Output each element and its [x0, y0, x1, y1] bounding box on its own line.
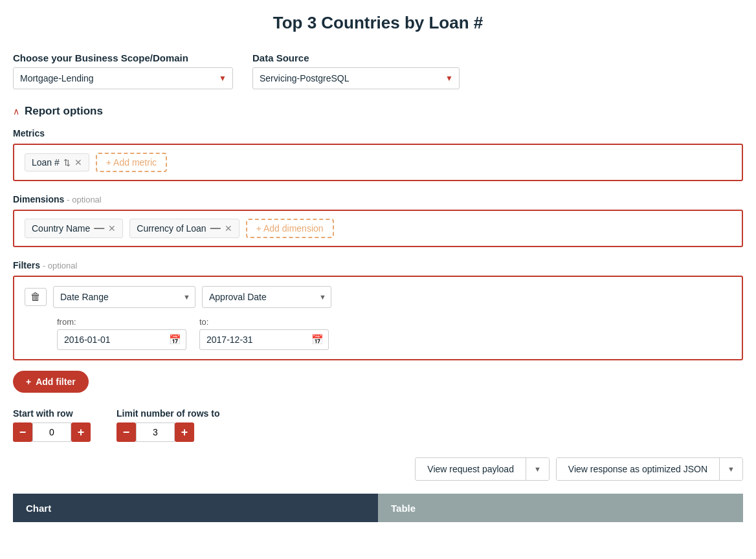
view-response-arrow-button[interactable]: ▼	[720, 458, 742, 480]
limit-rows-input[interactable]	[136, 422, 175, 442]
filter-delete-button[interactable]: 🗑	[25, 288, 47, 306]
add-dimension-button[interactable]: + Add dimension	[246, 219, 334, 238]
dimensions-label: Dimensions - optional	[13, 194, 743, 204]
view-actions: View request payload ▼ View response as …	[13, 457, 743, 481]
date-inputs-row: from: 📅 to: 📅	[57, 317, 731, 350]
metric-item: Loan # ⇅ ✕	[25, 153, 89, 171]
tab-chart[interactable]: Chart	[13, 494, 378, 522]
business-scope-label: Choose your Business Scope/Domain	[13, 52, 233, 63]
metric-name: Loan #	[32, 157, 60, 168]
dimensions-optional: - optional	[67, 195, 101, 204]
limit-rows-stepper: − +	[117, 422, 219, 442]
start-row-input[interactable]	[32, 422, 71, 442]
view-payload-button[interactable]: View request payload	[416, 458, 526, 480]
dimension-country-remove-icon[interactable]: ✕	[108, 223, 116, 234]
view-payload-arrow-button[interactable]: ▼	[526, 458, 549, 480]
row-controls: Start with row − + Limit number of rows …	[13, 408, 743, 442]
add-filter-label: Add filter	[36, 377, 75, 387]
business-scope-select[interactable]: Mortgage-Lending Consumer-Lending Commer…	[13, 67, 233, 89]
business-scope-wrapper: Mortgage-Lending Consumer-Lending Commer…	[13, 67, 233, 89]
data-source-wrapper: Servicing-PostgreSQL Origination-MySQL A…	[252, 67, 460, 89]
metric-remove-icon[interactable]: ✕	[74, 157, 82, 168]
filter-field-wrapper: Approval Date Close Date Origination Dat…	[202, 286, 331, 308]
report-options-header[interactable]: ∧ Report options	[13, 105, 743, 118]
limit-rows-label: Limit number of rows to	[117, 408, 219, 419]
from-date-input[interactable]	[57, 329, 186, 350]
start-row-stepper: − +	[13, 422, 91, 442]
response-btn-group: View response as optimized JSON ▼	[556, 457, 743, 481]
data-source-label: Data Source	[252, 52, 460, 63]
to-label: to:	[199, 317, 329, 327]
to-date-input[interactable]	[199, 329, 329, 350]
filters-label: Filters - optional	[13, 260, 743, 270]
metrics-label: Metrics	[13, 128, 743, 138]
dimensions-box: Country Name — ✕ Currency of Loan — ✕ + …	[13, 210, 743, 247]
bottom-tabs: Chart Table	[13, 494, 743, 522]
to-date-group: to: 📅	[199, 317, 329, 350]
limit-rows-decrement-button[interactable]: −	[117, 422, 136, 442]
dimension-country-name: Country Name	[32, 223, 90, 234]
filter-type-wrapper: Date Range Value Filter Top N ▼	[53, 286, 195, 308]
report-options-title: Report options	[25, 105, 103, 118]
payload-btn-group: View request payload ▼	[415, 457, 550, 481]
start-row-decrement-button[interactable]: −	[13, 422, 32, 442]
filter-type-select[interactable]: Date Range Value Filter Top N	[53, 286, 195, 308]
business-scope-group: Choose your Business Scope/Domain Mortga…	[13, 52, 233, 89]
start-row-label: Start with row	[13, 408, 91, 419]
limit-rows-group: Limit number of rows to − +	[117, 408, 219, 442]
dimension-currency-name: Currency of Loan	[137, 223, 206, 234]
page-title: Top 3 Countries by Loan #	[13, 13, 743, 33]
from-date-wrapper: 📅	[57, 329, 186, 350]
sort-icon[interactable]: ⇅	[63, 158, 71, 168]
view-response-button[interactable]: View response as optimized JSON	[557, 458, 720, 480]
scope-row: Choose your Business Scope/Domain Mortga…	[13, 52, 743, 89]
from-date-group: from: 📅	[57, 317, 186, 350]
to-date-wrapper: 📅	[199, 329, 329, 350]
filter-row: 🗑 Date Range Value Filter Top N ▼ Approv…	[25, 286, 731, 308]
tab-table[interactable]: Table	[378, 494, 743, 522]
data-source-select[interactable]: Servicing-PostgreSQL Origination-MySQL A…	[252, 67, 460, 89]
dimension-country-dash-icon[interactable]: —	[94, 223, 104, 234]
metrics-box: Loan # ⇅ ✕ + Add metric	[13, 144, 743, 181]
dimension-item-country: Country Name — ✕	[25, 219, 123, 238]
dimension-item-currency: Currency of Loan — ✕	[129, 219, 239, 238]
start-row-increment-button[interactable]: +	[71, 422, 91, 442]
filters-optional: - optional	[43, 261, 77, 270]
add-filter-button[interactable]: + Add filter	[13, 371, 89, 393]
dimension-currency-remove-icon[interactable]: ✕	[225, 223, 232, 234]
filter-field-select[interactable]: Approval Date Close Date Origination Dat…	[202, 286, 331, 308]
data-source-group: Data Source Servicing-PostgreSQL Origina…	[252, 52, 460, 89]
dimension-currency-dash-icon[interactable]: —	[210, 223, 221, 234]
start-row-group: Start with row − +	[13, 408, 91, 442]
add-filter-plus-icon: +	[26, 377, 31, 387]
filters-box: 🗑 Date Range Value Filter Top N ▼ Approv…	[13, 276, 743, 360]
limit-rows-increment-button[interactable]: +	[175, 422, 194, 442]
add-metric-button[interactable]: + Add metric	[96, 153, 167, 172]
from-label: from:	[57, 317, 186, 327]
chevron-icon: ∧	[13, 106, 19, 116]
